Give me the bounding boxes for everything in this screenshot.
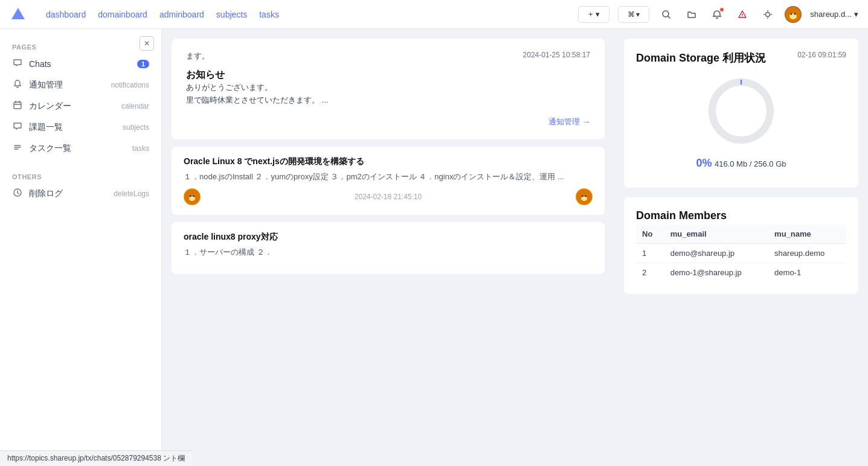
donut-wrap bbox=[705, 75, 777, 147]
members-widget: Domain Members No mu_email mu_name 1demo… bbox=[624, 197, 858, 294]
cell-email-0: demo@shareup.jp bbox=[664, 244, 768, 263]
post-avatar-left-0 bbox=[184, 188, 201, 205]
svg-point-23 bbox=[189, 196, 195, 201]
top-nav-right: + ▾ ⌘ ▾ bbox=[578, 6, 858, 23]
nav-link-subjects[interactable]: subjects bbox=[216, 10, 247, 19]
storage-date: 02-16 09:01:59 bbox=[797, 51, 846, 59]
url-bar: https://topics.shareup.jp/tx/chats/05287… bbox=[0, 450, 192, 466]
post-avatar-right-0 bbox=[576, 188, 593, 205]
main-content: ます。 2024-01-25 10:58:17 お知らせ ありがとうございます。… bbox=[162, 29, 868, 466]
user-dropdown-icon: ▾ bbox=[854, 10, 858, 19]
sidebar-item-deletelogs[interactable]: 削除ログ deleteLogs bbox=[0, 183, 161, 204]
sidebar-item-chats[interactable]: Chats 1 bbox=[0, 53, 161, 74]
donut-label: 0% 416.0 Mb / 256.0 Gb bbox=[696, 157, 786, 170]
svg-line-2 bbox=[668, 16, 670, 18]
sidebar: ✕ PAGES Chats 1 通知管理 notifications カレンダー… bbox=[0, 29, 162, 466]
deletelogs-label: 削除ログ bbox=[29, 188, 108, 199]
nav-link-tasks[interactable]: tasks bbox=[259, 10, 279, 19]
notification-link-row: 通知管理 → bbox=[186, 116, 590, 127]
storage-size: 416.0 Mb / 256.0 Gb bbox=[715, 159, 786, 168]
chats-icon bbox=[12, 58, 23, 69]
bell-button[interactable] bbox=[709, 6, 725, 23]
svg-point-5 bbox=[766, 12, 770, 16]
cell-name-0: shareup.demo bbox=[768, 244, 846, 263]
nav-link-dashboard[interactable]: dashboard bbox=[46, 10, 86, 19]
deletelogs-icon bbox=[12, 188, 23, 199]
sidebar-item-calendar[interactable]: カレンダー calendar bbox=[0, 95, 161, 116]
notification-card: ます。 2024-01-25 10:58:17 お知らせ ありがとうございます。… bbox=[172, 39, 605, 139]
calendar-icon bbox=[12, 100, 23, 112]
storage-title: Domain Storage 利用状況 bbox=[636, 51, 766, 65]
cell-no-0: 1 bbox=[636, 244, 664, 263]
members-table: No mu_email mu_name 1demo@shareup.jpshar… bbox=[636, 225, 846, 282]
donut-chart: 0% 416.0 Mb / 256.0 Gb bbox=[636, 69, 846, 176]
subjects-sub: subjects bbox=[123, 123, 149, 132]
post-body-0: １．node.jsのInstall ２．yumのproxy設定 ３．pm2のイン… bbox=[184, 171, 593, 183]
col-no: No bbox=[636, 225, 664, 244]
col-name: mu_name bbox=[768, 225, 846, 244]
post-date-0: 2024-02-18 21:45:10 bbox=[355, 193, 422, 201]
user-label: shareup.d... bbox=[810, 10, 852, 19]
logo-icon[interactable] bbox=[10, 6, 27, 23]
others-label: OTHERS bbox=[0, 168, 161, 183]
alert-button[interactable] bbox=[734, 6, 751, 23]
cell-name-1: demo-1 bbox=[768, 263, 846, 282]
body-wrap: ✕ PAGES Chats 1 通知管理 notifications カレンダー… bbox=[0, 29, 868, 466]
cmd-button[interactable]: ⌘ ▾ bbox=[618, 6, 649, 23]
calendar-sub: calendar bbox=[121, 102, 149, 110]
avatar[interactable] bbox=[785, 6, 802, 23]
close-icon: ✕ bbox=[144, 39, 150, 48]
center-panel: ます。 2024-01-25 10:58:17 お知らせ ありがとうございます。… bbox=[162, 29, 614, 466]
svg-point-25 bbox=[193, 196, 194, 197]
svg-rect-14 bbox=[14, 102, 21, 109]
post-footer-0: 2024-02-18 21:45:10 bbox=[184, 188, 593, 205]
sidebar-item-subjects[interactable]: 課題一覧 subjects bbox=[0, 116, 161, 138]
cell-no-1: 2 bbox=[636, 263, 664, 282]
user-menu[interactable]: shareup.d... ▾ bbox=[810, 10, 858, 19]
cmd-dropdown-icon: ▾ bbox=[636, 10, 640, 19]
post-body-1: １．サーバーの構成 ２． bbox=[184, 246, 593, 258]
sidebar-item-tasks[interactable]: タスク一覧 tasks bbox=[0, 138, 161, 159]
pages-label: PAGES bbox=[0, 39, 161, 53]
storage-percent: 0% bbox=[696, 157, 712, 169]
notification-body-text: ありがとうございます。里で臨時休業とさせていただきます。 ... bbox=[186, 83, 328, 104]
subjects-icon bbox=[12, 121, 23, 133]
deletelogs-sub: deleteLogs bbox=[114, 190, 149, 198]
members-title: Domain Members bbox=[636, 209, 846, 222]
svg-point-24 bbox=[190, 196, 191, 197]
nav-link-domainboard[interactable]: domainboard bbox=[98, 10, 147, 19]
theme-button[interactable] bbox=[759, 6, 776, 23]
notifications-icon bbox=[12, 79, 23, 91]
notification-prefix: ます。 bbox=[186, 51, 210, 62]
tasks-icon bbox=[12, 142, 23, 154]
add-dropdown-icon: ▾ bbox=[596, 10, 600, 19]
svg-point-27 bbox=[581, 196, 587, 201]
chats-label: Chats bbox=[29, 59, 131, 69]
subjects-label: 課題一覧 bbox=[29, 122, 117, 133]
table-row: 2demo-1@shareup.jpdemo-1 bbox=[636, 263, 846, 282]
notification-date: 2024-01-25 10:58:17 bbox=[523, 51, 590, 59]
post-title-1: oracle linux8 proxy対応 bbox=[184, 232, 593, 243]
table-row: 1demo@shareup.jpshareup.demo bbox=[636, 244, 846, 263]
post-card-0: Oracle Linux 8 でnext.jsの開発環境を構築する １．node… bbox=[172, 147, 605, 215]
svg-point-28 bbox=[582, 196, 583, 197]
tasks-label: タスク一覧 bbox=[29, 143, 126, 154]
notifications-label: 通知管理 bbox=[29, 80, 105, 91]
notification-link[interactable]: 通知管理 → bbox=[548, 116, 590, 127]
folder-button[interactable] bbox=[683, 6, 700, 23]
url-text: https://topics.shareup.jp/tx/chats/05287… bbox=[7, 454, 185, 462]
notification-title: お知らせ bbox=[186, 69, 590, 81]
svg-point-30 bbox=[712, 82, 770, 140]
storage-widget: Domain Storage 利用状況 02-16 09:01:59 bbox=[624, 39, 858, 188]
chats-badge: 1 bbox=[137, 60, 149, 68]
search-button[interactable] bbox=[658, 6, 675, 23]
add-button[interactable]: + ▾ bbox=[578, 6, 609, 23]
sidebar-item-notifications[interactable]: 通知管理 notifications bbox=[0, 74, 161, 95]
nav-link-adminboard[interactable]: adminboard bbox=[159, 10, 204, 19]
tasks-sub: tasks bbox=[132, 144, 149, 153]
svg-point-4 bbox=[742, 16, 744, 18]
post-card-1: oracle linux8 proxy対応 １．サーバーの構成 ２． bbox=[172, 222, 605, 274]
cmd-icon: ⌘ bbox=[628, 10, 635, 19]
sidebar-close-button[interactable]: ✕ bbox=[140, 36, 154, 51]
post-title-0: Oracle Linux 8 でnext.jsの開発環境を構築する bbox=[184, 156, 593, 167]
